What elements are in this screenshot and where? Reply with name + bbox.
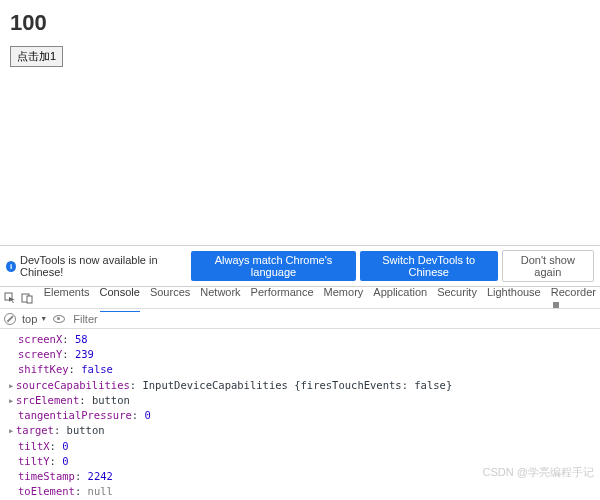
console-toolbar: top ▼: [0, 309, 600, 329]
increment-button[interactable]: 点击加1: [10, 46, 63, 67]
live-expression-icon[interactable]: [53, 315, 65, 323]
console-row: shiftKey: false: [18, 362, 594, 377]
chevron-down-icon: ▼: [40, 315, 47, 322]
console-row: tiltX: 0: [18, 439, 594, 454]
device-toolbar-icon[interactable]: [21, 291, 34, 305]
filter-input[interactable]: [71, 312, 596, 326]
dont-show-again-button[interactable]: Don't show again: [502, 250, 594, 282]
console-row: ▸target: button: [18, 423, 594, 438]
tab-network[interactable]: Network: [200, 283, 240, 313]
banner-text: DevTools is now available in Chinese!: [20, 254, 187, 278]
tab-recorder[interactable]: Recorder: [551, 283, 596, 313]
watermark: CSDN @学亮编程手记: [483, 465, 594, 480]
console-row: toElement: null: [18, 484, 594, 499]
switch-devtools-language-button[interactable]: Switch DevTools to Chinese: [360, 251, 498, 281]
tab-console[interactable]: Console: [100, 283, 140, 313]
expand-caret-icon[interactable]: ▸: [8, 423, 16, 438]
expand-caret-icon[interactable]: ▸: [8, 393, 16, 408]
tab-lighthouse[interactable]: Lighthouse: [487, 283, 541, 313]
tabs: ElementsConsoleSourcesNetworkPerformance…: [44, 283, 596, 313]
devtools-tabbar: ElementsConsoleSourcesNetworkPerformance…: [0, 287, 600, 309]
always-match-language-button[interactable]: Always match Chrome's language: [191, 251, 356, 281]
devtools-language-banner: i DevTools is now available in Chinese! …: [0, 245, 600, 287]
tab-sources[interactable]: Sources: [150, 283, 190, 313]
context-dropdown[interactable]: top ▼: [22, 313, 47, 325]
console-row: tangentialPressure: 0: [18, 408, 594, 423]
tab-elements[interactable]: Elements: [44, 283, 90, 313]
console-row: screenY: 239: [18, 347, 594, 362]
page-content: 100 点击加1: [0, 0, 600, 67]
console-row: ▸sourceCapabilities: InputDeviceCapabili…: [18, 378, 594, 393]
expand-caret-icon[interactable]: ▸: [8, 378, 16, 393]
counter-heading: 100: [10, 10, 590, 36]
svg-rect-2: [27, 296, 32, 303]
recorder-indicator-icon: [553, 302, 559, 308]
tab-performance[interactable]: Performance: [251, 283, 314, 313]
info-icon: i: [6, 261, 16, 272]
console-row: ▸srcElement: button: [18, 393, 594, 408]
console-row: screenX: 58: [18, 332, 594, 347]
context-label: top: [22, 313, 37, 325]
tab-security[interactable]: Security: [437, 283, 477, 313]
clear-console-icon[interactable]: [4, 313, 16, 325]
inspect-element-icon[interactable]: [4, 291, 17, 305]
tab-application[interactable]: Application: [373, 283, 427, 313]
tab-memory[interactable]: Memory: [324, 283, 364, 313]
